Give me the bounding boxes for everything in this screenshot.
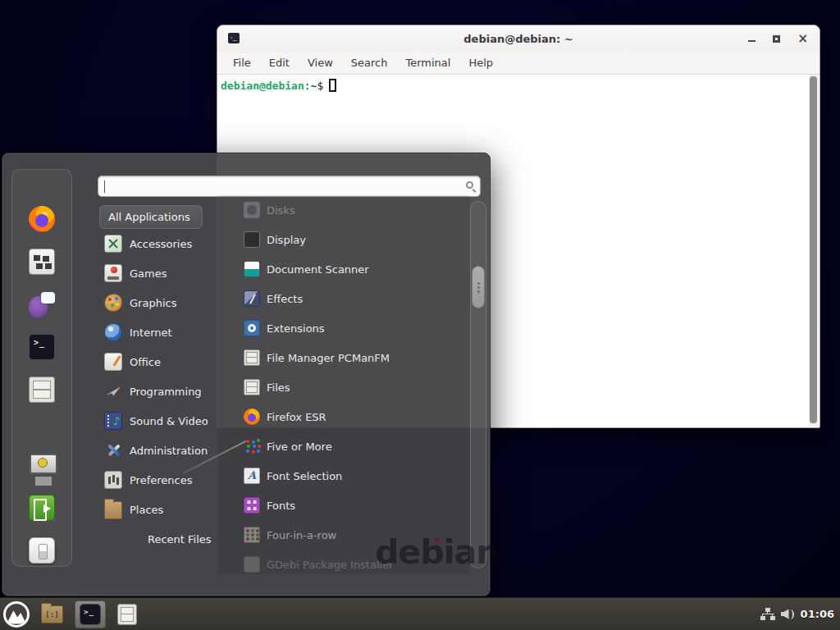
favorite-item[interactable] — [29, 240, 55, 283]
menu-scrollbar-thumb[interactable] — [472, 266, 485, 308]
log-out-icon — [29, 495, 55, 521]
session-item[interactable] — [12, 486, 71, 529]
application-label: Display — [267, 234, 306, 246]
prompt-path: ~ — [311, 80, 317, 92]
cabinet-icon — [244, 379, 260, 395]
close-icon[interactable]: × — [797, 33, 808, 45]
terminal-menubar: FileEditViewSearchTerminalHelp — [217, 52, 819, 75]
menu-scrollbar-track[interactable] — [470, 201, 486, 568]
category-item[interactable]: Accessories — [98, 229, 217, 258]
file-manager-icon[interactable] — [41, 605, 63, 623]
favorites-panel — [11, 169, 72, 567]
firefox-icon — [244, 409, 260, 425]
menu-button[interactable] — [3, 601, 30, 628]
taskbar-left — [0, 598, 144, 630]
application-item[interactable]: Display — [217, 225, 470, 254]
fonts-icon — [244, 497, 260, 514]
firefox-icon — [29, 206, 55, 232]
category-list: Accessories Games Graphics Internet — [98, 229, 217, 554]
category-item[interactable]: Sound & Video — [98, 406, 217, 436]
session-item[interactable] — [12, 529, 71, 572]
category-label: Sound & Video — [130, 415, 208, 427]
application-label: Effects — [267, 293, 303, 305]
category-item[interactable]: Graphics — [98, 288, 217, 317]
shut-down-icon — [29, 537, 55, 564]
menubar-item[interactable]: Help — [459, 57, 502, 69]
pidgin-icon — [29, 291, 55, 317]
category-item[interactable]: Programming — [98, 377, 217, 406]
games-icon — [104, 264, 122, 282]
files-icon[interactable] — [117, 604, 137, 625]
all-applications-label: All Applications — [108, 211, 190, 223]
terminal-taskbar-button[interactable] — [75, 600, 106, 628]
application-item[interactable]: Five or More — [217, 431, 470, 461]
application-item[interactable]: File Manager PCManFM — [217, 343, 470, 372]
search-box[interactable] — [98, 176, 481, 197]
category-label: Games — [130, 267, 167, 280]
menubar-item[interactable]: Edit — [260, 57, 299, 69]
application-label: Fonts — [267, 500, 295, 512]
favorite-item[interactable] — [29, 368, 55, 411]
office-icon — [104, 353, 122, 371]
terminal-scrollbar-thumb[interactable] — [810, 76, 817, 423]
application-item[interactable]: Extensions — [217, 313, 470, 343]
all-applications-button[interactable]: All Applications — [99, 205, 203, 229]
favorite-item[interactable] — [29, 198, 55, 240]
terminal-title: debian@debian: ~ — [463, 33, 573, 45]
application-item[interactable]: Files — [217, 372, 470, 402]
application-label: Document Scanner — [267, 263, 369, 276]
taskbar: 01:06 — [0, 597, 840, 630]
clock[interactable]: 01:06 — [801, 608, 834, 620]
debian-watermark-dot — [435, 537, 440, 542]
favorite-item[interactable] — [29, 283, 55, 326]
application-item[interactable]: Disks — [217, 195, 470, 225]
terminal-window-icon — [228, 33, 240, 43]
application-item[interactable]: Document Scanner — [217, 254, 470, 284]
category-item[interactable]: Internet — [98, 317, 217, 347]
category-label: Places — [130, 504, 163, 516]
fourrow-icon — [244, 527, 260, 543]
category-item[interactable]: Preferences — [98, 465, 217, 495]
minimize-icon[interactable] — [748, 40, 756, 42]
programming-icon — [104, 382, 122, 400]
menubar-item[interactable]: Search — [342, 57, 397, 69]
terminal-scrollbar-track[interactable] — [809, 75, 819, 427]
maximize-icon[interactable] — [773, 35, 780, 43]
application-label: File Manager PCManFM — [267, 352, 390, 364]
preferences-icon — [104, 471, 122, 489]
favorite-item[interactable] — [29, 326, 55, 368]
application-item[interactable]: Effects — [217, 284, 470, 313]
application-item[interactable]: Font Selection — [217, 461, 470, 491]
application-label: Font Selection — [267, 470, 342, 482]
terminal-titlebar[interactable]: debian@debian: ~ × — [217, 25, 819, 52]
network-icon[interactable] — [760, 608, 775, 621]
category-label: Accessories — [130, 238, 192, 250]
application-item[interactable]: Firefox ESR — [217, 402, 470, 431]
application-label: Extensions — [267, 322, 325, 335]
category-label: Administration — [130, 445, 208, 457]
desktop: debian@debian: ~ × FileEditViewSearchTer… — [0, 0, 840, 630]
window-controls: × — [748, 25, 808, 52]
sound-video-icon — [104, 412, 122, 430]
category-item[interactable]: Office — [98, 347, 217, 377]
application-item[interactable]: Fonts — [217, 491, 470, 520]
menubar-item[interactable]: View — [299, 57, 342, 69]
menubar-item[interactable]: Terminal — [396, 57, 459, 69]
application-label: Files — [267, 381, 290, 394]
search-input[interactable] — [98, 176, 480, 196]
category-item[interactable]: Games — [98, 258, 217, 288]
shell-prompt: debian@debian:~$ — [221, 79, 816, 92]
category-item[interactable]: Recent Files — [98, 524, 217, 554]
volume-icon[interactable] — [781, 608, 795, 621]
accessories-icon — [104, 235, 122, 253]
system-tray: 01:06 — [760, 608, 840, 621]
session-item[interactable] — [12, 444, 71, 486]
internet-icon — [104, 323, 122, 341]
category-label: Graphics — [130, 297, 176, 309]
fontsel-icon — [244, 468, 260, 484]
prompt-user-host: debian@debian — [221, 80, 304, 92]
category-item[interactable]: Places — [98, 495, 217, 524]
scanner-icon — [244, 261, 260, 277]
category-item[interactable]: Administration — [98, 436, 217, 465]
menubar-item[interactable]: File — [224, 57, 260, 69]
